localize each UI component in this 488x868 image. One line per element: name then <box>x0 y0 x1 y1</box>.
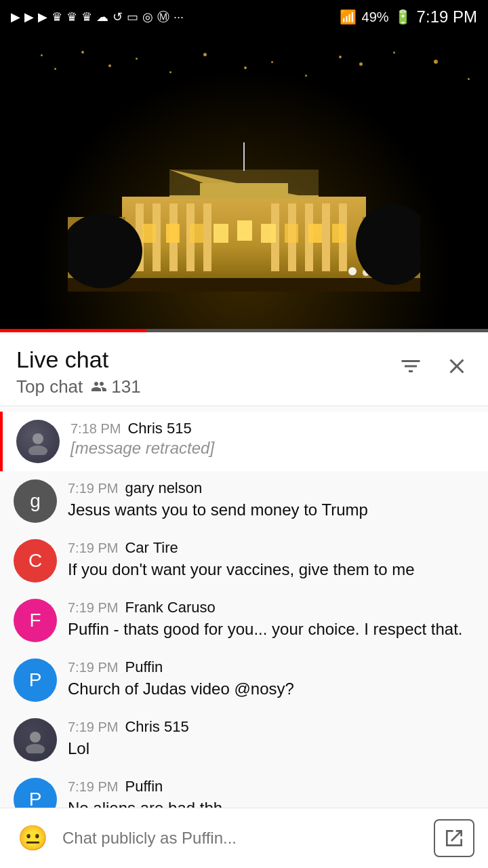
avatar-1: g <box>14 479 57 523</box>
circle-icon: ◎ <box>142 9 153 24</box>
msg-author-1: gary nelson <box>125 479 202 497</box>
msg-time-4: 7:19 PM <box>68 660 118 675</box>
msg-time-0: 7:18 PM <box>70 421 121 437</box>
chat-message-5: 7:19 PMChris 515Lol <box>0 710 488 770</box>
svg-point-37 <box>33 433 43 444</box>
message-body-1: 7:19 PMgary nelsonJesus wants you to sen… <box>68 479 474 521</box>
top-chat-row: Top chat 131 <box>16 376 141 397</box>
message-body-2: 7:19 PMCar TireIf you don't want your va… <box>68 539 474 581</box>
filter-button[interactable] <box>396 351 426 387</box>
send-button[interactable] <box>434 819 474 857</box>
svg-point-40 <box>26 744 45 753</box>
chat-input-bar: 😐 <box>0 808 488 868</box>
app-icon-4: ♛ <box>52 9 62 24</box>
msg-text-2: If you don't want your vaccines, give th… <box>68 558 474 581</box>
svg-rect-19 <box>142 224 156 243</box>
person-icon <box>91 378 107 395</box>
svg-rect-22 <box>214 224 228 243</box>
svg-rect-20 <box>166 224 180 243</box>
message-body-3: 7:19 PMFrank CarusoPuffin - thats good f… <box>68 599 474 641</box>
msg-time-1: 7:19 PM <box>68 481 118 496</box>
send-icon <box>443 827 465 849</box>
chat-message-4: P7:19 PMPuffinChurch of Judas video @nos… <box>0 650 488 710</box>
chat-message-3: F7:19 PMFrank CarusoPuffin - thats good … <box>0 591 488 650</box>
msg-text-3: Puffin - thats good for you... your choi… <box>68 618 474 641</box>
chat-container: Live chat Top chat 131 <box>0 332 488 868</box>
chat-header-left: Live chat Top chat 131 <box>16 346 141 397</box>
video-progress-fill <box>0 329 146 332</box>
emoji-button[interactable]: 😐 <box>14 819 52 857</box>
msg-author-0: Chris 515 <box>127 420 191 437</box>
msg-text-4: Church of Judas video @nosy? <box>68 677 474 701</box>
svg-rect-11 <box>322 203 330 271</box>
msg-text-1: Jesus wants you to send money to Trump <box>68 498 474 521</box>
dots-icon: ··· <box>174 10 184 24</box>
svg-rect-24 <box>261 224 276 243</box>
avatar-5 <box>14 718 57 762</box>
svg-point-33 <box>348 267 357 275</box>
msg-author-5: Chris 515 <box>125 718 188 736</box>
viewer-count: 131 <box>91 376 140 397</box>
svg-rect-26 <box>308 224 322 243</box>
svg-rect-16 <box>200 183 288 198</box>
app-icon-5: ♛ <box>66 9 77 24</box>
folder-icon: ▭ <box>127 9 138 24</box>
chat-header-actions <box>396 346 472 387</box>
message-body-5: 7:19 PMChris 515Lol <box>68 718 474 760</box>
msg-time-5: 7:19 PM <box>68 719 118 735</box>
svg-rect-21 <box>190 224 203 243</box>
status-right: 📶 49% 🔋 7:19 PM <box>340 7 477 26</box>
msg-author-2: Car Tire <box>125 539 178 557</box>
status-time: 7:19 PM <box>417 7 477 26</box>
avatar-0 <box>16 420 60 463</box>
app-icon-3: ▶ <box>38 9 47 24</box>
app-icon-2: ▶ <box>24 9 34 24</box>
avatar-4: P <box>14 658 57 702</box>
svg-rect-7 <box>203 203 211 271</box>
app-icon-6: ♛ <box>81 9 92 24</box>
msg-time-2: 7:19 PM <box>68 540 118 556</box>
msg-time-3: 7:19 PM <box>68 600 118 616</box>
viewer-count-number: 131 <box>111 376 140 397</box>
msg-author-4: Puffin <box>125 658 163 676</box>
message-body-0: 7:18 PMChris 515[message retracted] <box>70 420 474 458</box>
close-button[interactable] <box>442 351 472 387</box>
filter-icon <box>399 354 423 378</box>
chat-message-2: C7:19 PMCar TireIf you don't want your v… <box>0 531 488 591</box>
video-background <box>0 34 488 332</box>
video-player[interactable] <box>0 34 488 332</box>
msg-author-3: Frank Caruso <box>125 599 215 616</box>
svg-rect-27 <box>332 224 346 243</box>
status-icons-left: ▶ ▶ ▶ ♛ ♛ ♛ ☁ ↺ ▭ ◎ Ⓜ ··· <box>11 9 184 25</box>
top-chat-label: Top chat <box>16 376 83 397</box>
app-icon-1: ▶ <box>11 9 20 24</box>
msg-author-6: Puffin <box>125 778 163 795</box>
chat-messages-list: 7:18 PMChris 515[message retracted]g7:19… <box>0 406 488 868</box>
close-icon <box>445 354 469 378</box>
message-body-4: 7:19 PMPuffinChurch of Judas video @nosy… <box>68 658 474 701</box>
battery-percent: 49% <box>362 9 389 25</box>
svg-point-38 <box>28 446 47 455</box>
chat-input-field[interactable] <box>62 829 423 848</box>
video-progress-bar[interactable] <box>0 329 488 332</box>
chat-message-1: g7:19 PMgary nelsonJesus wants you to se… <box>0 471 488 531</box>
msg-text-5: Lol <box>68 737 474 760</box>
chat-message-0: 7:18 PMChris 515[message retracted] <box>0 412 488 471</box>
msg-text-0: [message retracted] <box>70 439 474 458</box>
svg-point-39 <box>30 732 41 743</box>
status-bar: ▶ ▶ ▶ ♛ ♛ ♛ ☁ ↺ ▭ ◎ Ⓜ ··· 📶 49% 🔋 7:19 P… <box>0 0 488 34</box>
cloud-icon: ☁ <box>96 9 108 24</box>
chat-header: Live chat Top chat 131 <box>0 332 488 406</box>
svg-rect-25 <box>285 224 298 243</box>
wifi-icon: 📶 <box>340 9 357 25</box>
avatar-2: C <box>14 539 57 583</box>
sync-icon: ↺ <box>113 9 123 24</box>
m-icon: Ⓜ <box>157 9 169 25</box>
svg-rect-23 <box>237 220 252 241</box>
msg-time-6: 7:19 PM <box>68 779 118 795</box>
avatar-3: F <box>14 599 57 642</box>
emoji-icon: 😐 <box>18 824 48 852</box>
white-house-image <box>68 142 420 292</box>
battery-icon: 🔋 <box>394 9 411 25</box>
city-lights <box>0 47 488 115</box>
